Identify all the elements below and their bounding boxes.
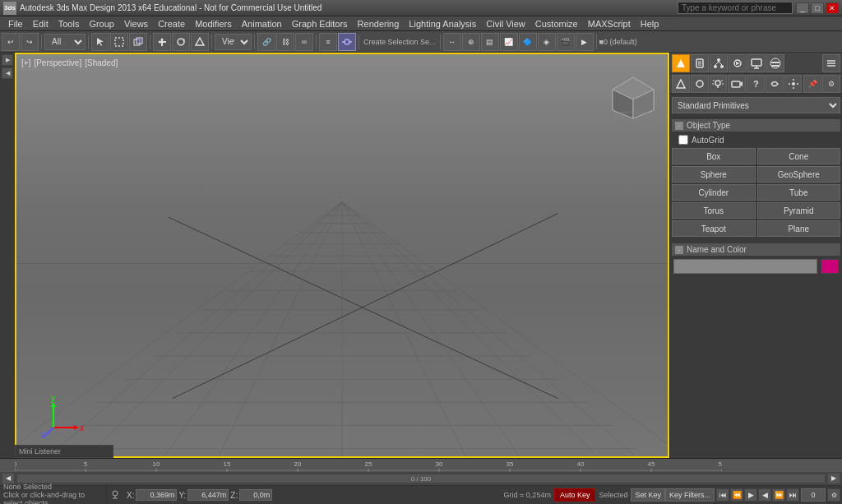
- left-btn-2[interactable]: ◀: [2, 67, 13, 79]
- menu-create[interactable]: Create: [153, 18, 190, 30]
- anim-prev-key-btn[interactable]: ⏪: [730, 488, 743, 502]
- rp-helpers-btn[interactable]: ?: [747, 75, 765, 93]
- rp-systems-btn[interactable]: [784, 75, 803, 93]
- unlink-button[interactable]: ⛓: [276, 33, 294, 51]
- menu-views[interactable]: Views: [119, 18, 153, 30]
- menu-modifiers[interactable]: Modifiers: [190, 18, 237, 30]
- bind-space-warp[interactable]: ∞: [295, 33, 313, 51]
- timeline-scrollbar[interactable]: 0 / 100: [16, 474, 826, 483]
- redo-button[interactable]: ↪: [21, 33, 39, 51]
- anim-next-frame-btn[interactable]: ⏭: [786, 488, 799, 502]
- select-region-button[interactable]: [110, 33, 128, 51]
- anim-play-btn[interactable]: ▶: [744, 488, 757, 502]
- rp-lights-btn[interactable]: [710, 75, 728, 93]
- timeline-next-btn[interactable]: ▶: [827, 473, 840, 484]
- align-button[interactable]: ⊕: [462, 33, 480, 51]
- minimize-button[interactable]: _: [796, 2, 809, 14]
- material-editor[interactable]: ◈: [538, 33, 556, 51]
- menu-maxscript[interactable]: MAXScript: [583, 18, 636, 30]
- auto-key-button[interactable]: Auto Key: [554, 488, 596, 502]
- menu-civil-view[interactable]: Civil View: [481, 18, 530, 30]
- viewport-plus-label[interactable]: [+]: [21, 58, 30, 67]
- teapot-button[interactable]: Teapot: [672, 220, 756, 237]
- rp-settings-btn[interactable]: ⚙: [822, 75, 840, 93]
- select-move-button[interactable]: [153, 33, 171, 51]
- tube-button[interactable]: Tube: [757, 184, 841, 201]
- mirror-button[interactable]: ↔: [443, 33, 461, 51]
- render-button[interactable]: ▶: [576, 33, 594, 51]
- rp-modify-btn[interactable]: [691, 54, 709, 72]
- anim-next-key-btn[interactable]: ⏩: [772, 488, 785, 502]
- cone-button[interactable]: Cone: [757, 148, 841, 164]
- set-key-button[interactable]: Set Key: [631, 488, 665, 502]
- z-input[interactable]: [239, 489, 272, 501]
- torus-button[interactable]: Torus: [672, 202, 756, 219]
- window-crossing-button[interactable]: [129, 33, 147, 51]
- viewport-shaded-label[interactable]: [Shaded]: [85, 58, 118, 67]
- toolbar: ↩ ↪ All View 🔗 ⛓ ∞ ≡ Create Selection Se…: [0, 31, 842, 53]
- mini-listener[interactable]: Mini Listener: [15, 445, 113, 458]
- title-bar-search[interactable]: [678, 2, 793, 14]
- link-button[interactable]: 🔗: [257, 33, 275, 51]
- rp-utilities-btn[interactable]: [766, 54, 784, 72]
- box-button[interactable]: Box: [672, 148, 756, 164]
- menu-edit[interactable]: Edit: [28, 18, 53, 30]
- rp-camera-btn[interactable]: [728, 75, 746, 93]
- select-scale-button[interactable]: [191, 33, 209, 51]
- curve-editor[interactable]: 📈: [500, 33, 518, 51]
- undo-button[interactable]: ↩: [2, 33, 20, 51]
- autogrid-checkbox[interactable]: [678, 135, 688, 145]
- svg-point-77: [696, 81, 703, 87]
- viewport-perspective-label[interactable]: [Perspective]: [34, 58, 81, 67]
- layer-manager[interactable]: ▤: [481, 33, 499, 51]
- plane-button[interactable]: Plane: [757, 220, 841, 237]
- menu-tools[interactable]: Tools: [53, 18, 85, 30]
- anim-play-reverse-btn[interactable]: ◀: [758, 488, 771, 502]
- rp-create-btn[interactable]: [672, 54, 690, 72]
- pyramid-button[interactable]: Pyramid: [757, 202, 841, 219]
- menu-help[interactable]: Help: [636, 18, 664, 30]
- primitives-dropdown[interactable]: Standard Primitives: [672, 97, 840, 113]
- render-setup[interactable]: 🎬: [557, 33, 575, 51]
- object-name-input[interactable]: [673, 259, 817, 274]
- rp-shapes-btn[interactable]: [691, 75, 709, 93]
- schematic-view[interactable]: 🔷: [519, 33, 537, 51]
- object-type-collapse[interactable]: -: [675, 122, 683, 130]
- toggle-ribbon[interactable]: ≡: [319, 33, 337, 51]
- rp-display-btn[interactable]: [747, 54, 766, 72]
- geosphere-button[interactable]: GeoSphere: [757, 166, 841, 183]
- rp-motion-btn[interactable]: [729, 54, 747, 72]
- left-btn-1[interactable]: ▶: [2, 54, 13, 66]
- rp-geometry-btn[interactable]: [672, 75, 690, 93]
- cylinder-button[interactable]: Cylinder: [672, 184, 756, 201]
- menu-rendering[interactable]: Rendering: [353, 18, 405, 30]
- frame-counter[interactable]: 0: [801, 488, 826, 502]
- nav-cube[interactable]: [606, 71, 659, 124]
- selection-filter-dropdown[interactable]: All: [44, 34, 86, 50]
- maximize-button[interactable]: □: [811, 2, 824, 14]
- menu-group[interactable]: Group: [84, 18, 119, 30]
- name-color-collapse[interactable]: -: [675, 246, 683, 254]
- menu-customize[interactable]: Customize: [530, 18, 583, 30]
- rp-hierarchy-btn[interactable]: [710, 54, 728, 72]
- sphere-button[interactable]: Sphere: [672, 166, 756, 183]
- rp-pin-btn[interactable]: 📌: [803, 75, 821, 93]
- menu-animation[interactable]: Animation: [237, 18, 287, 30]
- menu-file[interactable]: File: [3, 18, 28, 30]
- key-filters-button[interactable]: Key Filters...: [665, 488, 715, 502]
- viewport[interactable]: [+] [Perspective] [Shaded] .grid-line{st…: [15, 53, 669, 458]
- y-input[interactable]: [187, 489, 229, 501]
- open-schematic[interactable]: [338, 33, 356, 51]
- menu-graph-editors[interactable]: Graph Editors: [287, 18, 353, 30]
- rp-extra-btn[interactable]: [822, 54, 840, 72]
- select-object-button[interactable]: [91, 33, 109, 51]
- reference-coord-dropdown[interactable]: View: [215, 34, 252, 50]
- select-rotate-button[interactable]: [172, 33, 190, 51]
- anim-config-btn[interactable]: ⚙: [827, 488, 840, 502]
- rp-spacewarps-btn[interactable]: [766, 75, 784, 93]
- x-input[interactable]: [136, 489, 177, 501]
- close-button[interactable]: ✕: [826, 2, 839, 14]
- color-swatch[interactable]: [821, 259, 839, 274]
- menu-lighting-analysis[interactable]: Lighting Analysis: [404, 18, 481, 30]
- anim-prev-frame-btn[interactable]: ⏮: [716, 488, 729, 502]
